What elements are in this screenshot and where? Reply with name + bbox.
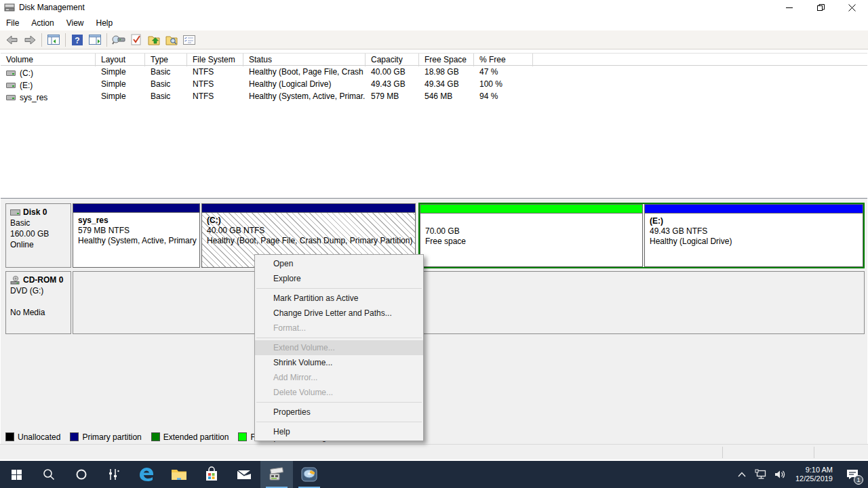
cdrom-state: No Media	[10, 308, 68, 317]
file-explorer-button[interactable]	[163, 461, 195, 488]
column-header-file-system[interactable]: File System	[187, 54, 243, 66]
volume-row-e[interactable]: (E:) Simple Basic NTFS Healthy (Logical …	[1, 79, 867, 91]
device-view-icon	[112, 35, 125, 45]
volume-table-header: Volume Layout Type File System Status Ca…	[1, 53, 867, 66]
folder-up-button[interactable]	[145, 32, 163, 48]
edge-button[interactable]	[130, 461, 163, 488]
back-icon	[6, 35, 18, 45]
menu-file[interactable]: File	[0, 15, 25, 30]
volume-icon	[6, 83, 16, 88]
menu-separator	[256, 422, 422, 422]
menu-item-properties[interactable]: Properties	[255, 405, 423, 420]
menu-item-help[interactable]: Help	[255, 424, 423, 439]
folder-find-icon	[165, 35, 178, 45]
taskbar-partition-tool[interactable]	[293, 461, 326, 488]
volume-fs: NTFS	[187, 79, 243, 91]
close-button[interactable]	[836, 0, 867, 15]
check-volume-button[interactable]	[127, 32, 145, 48]
taskbar-disk-management[interactable]	[260, 461, 293, 488]
volume-pct-free: 100 %	[474, 79, 533, 91]
action-center-button[interactable]: 1	[841, 461, 864, 488]
tray-chevron-button[interactable]	[734, 461, 749, 488]
cdrom-info-panel[interactable]: CD-ROM 0 DVD (G:) No Media	[5, 271, 71, 334]
volume-row-sysres[interactable]: sys_res Simple Basic NTFS Healthy (Syste…	[1, 91, 867, 103]
volume-list-panel: Volume Layout Type File System Status Ca…	[1, 49, 867, 199]
disk0-size: 160.00 GB	[10, 229, 68, 239]
free-space-label: Free space	[425, 237, 641, 247]
back-button[interactable]	[3, 32, 21, 48]
volume-name: (E:)	[20, 81, 33, 90]
column-header-capacity[interactable]: Capacity	[366, 54, 419, 66]
partition-size: 40.00 GB NTFS	[207, 226, 414, 236]
column-header-status[interactable]: Status	[243, 54, 366, 66]
file-explorer-icon	[170, 467, 188, 482]
partition-status: Healthy (Logical Drive)	[650, 237, 861, 247]
task-view-button[interactable]	[98, 461, 130, 488]
details-view-button[interactable]	[180, 32, 198, 48]
menu-help[interactable]: Help	[90, 15, 119, 30]
check-disk-icon	[131, 34, 142, 46]
title-bar: Disk Management	[0, 0, 868, 15]
column-header-filler	[533, 54, 867, 66]
disk-management-app-icon	[4, 3, 15, 12]
partition-e[interactable]: (E:) 49.43 GB NTFS Healthy (Logical Driv…	[644, 204, 863, 267]
tray-volume-button[interactable]	[772, 461, 787, 488]
start-button[interactable]	[0, 461, 33, 488]
store-button[interactable]	[195, 461, 228, 488]
legend-label: Unallocated	[18, 432, 60, 442]
search-button[interactable]	[33, 461, 65, 488]
toolbar-separator	[41, 33, 42, 47]
volume-icon	[6, 70, 16, 76]
action-pane-icon	[89, 35, 101, 45]
show-action-pane-button[interactable]	[86, 32, 104, 48]
show-console-tree-button[interactable]	[45, 32, 62, 48]
column-header-layout[interactable]: Layout	[96, 54, 145, 66]
tray-network-button[interactable]	[753, 461, 768, 488]
mail-button[interactable]	[228, 461, 260, 488]
forward-icon	[24, 35, 36, 45]
menu-item-extend-volume: Extend Volume...	[255, 340, 423, 355]
folder-find-button[interactable]	[163, 32, 180, 48]
menu-separator	[256, 402, 422, 403]
minimize-button[interactable]	[774, 0, 805, 15]
close-icon	[848, 4, 856, 12]
menu-item-open[interactable]: Open	[255, 256, 423, 271]
system-tray: 9:10 AM 12/25/2019 1	[734, 461, 868, 488]
volume-status: Healthy (Logical Drive)	[243, 79, 366, 91]
column-header-pct-free[interactable]: % Free	[474, 54, 533, 66]
forward-button[interactable]	[21, 32, 39, 48]
partition-sys-res[interactable]: sys_res 579 MB NTFS Healthy (System, Act…	[73, 203, 200, 268]
menu-view[interactable]: View	[60, 15, 90, 30]
taskbar-clock[interactable]: 9:10 AM 12/25/2019	[791, 466, 837, 483]
volume-type: Basic	[145, 66, 187, 79]
menu-item-change-drive-letter[interactable]: Change Drive Letter and Paths...	[255, 306, 423, 321]
disk0-info-panel[interactable]: Disk 0 Basic 160.00 GB Online	[5, 203, 71, 268]
start-icon	[12, 470, 22, 480]
cdrom-kind: DVD (G:)	[10, 286, 68, 296]
help-icon: ?	[72, 35, 83, 45]
menu-item-shrink-volume[interactable]: Shrink Volume...	[255, 355, 423, 370]
column-header-type[interactable]: Type	[145, 54, 187, 66]
menu-action[interactable]: Action	[25, 15, 60, 30]
legend-extended-partition: Extended partition	[151, 432, 229, 442]
disk-management-icon	[268, 466, 285, 483]
help-button[interactable]: ?	[68, 32, 86, 48]
volume-row-c[interactable]: (C:) Simple Basic NTFS Healthy (Boot, Pa…	[1, 66, 867, 79]
folder-up-icon	[148, 35, 160, 45]
primary-partition-strip	[73, 204, 199, 213]
free-space-region[interactable]: 70.00 GB Free space	[420, 204, 643, 267]
device-properties-button[interactable]	[110, 32, 127, 48]
menu-item-mark-partition-active[interactable]: Mark Partition as Active	[255, 291, 423, 306]
cortana-button[interactable]	[65, 461, 98, 488]
legend-unallocated: Unallocated	[5, 432, 60, 442]
legend-label: Extended partition	[163, 432, 229, 442]
toolbar-separator	[65, 33, 66, 47]
volume-layout: Simple	[96, 66, 145, 79]
column-header-volume[interactable]: Volume	[1, 54, 96, 66]
restore-button[interactable]	[805, 0, 836, 15]
edge-icon	[138, 466, 155, 483]
chevron-up-icon	[738, 472, 746, 477]
menu-item-explore[interactable]: Explore	[255, 271, 423, 286]
column-header-free-space[interactable]: Free Space	[419, 54, 474, 66]
cdrom-media-region[interactable]	[73, 271, 865, 334]
